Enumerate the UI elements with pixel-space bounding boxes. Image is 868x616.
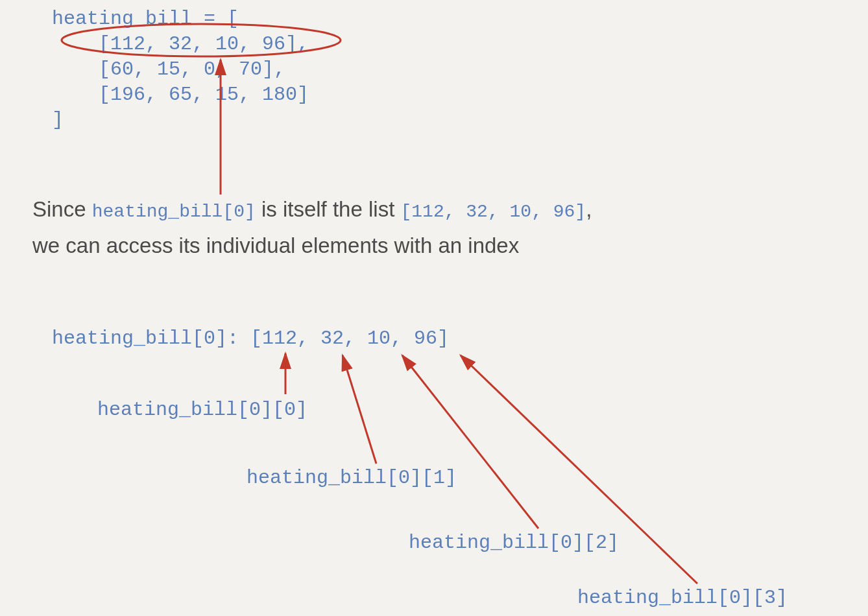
code-inline: heating_bill[0] <box>92 202 256 222</box>
row-zero-display: heating_bill[0]: [112, 32, 10, 96] <box>52 327 449 349</box>
index-label-0: heating_bill[0][0] <box>97 399 307 421</box>
index-label-2: heating_bill[0][2] <box>409 532 619 554</box>
code-inline: [112, 32, 10, 96] <box>401 202 586 222</box>
arrow-idx1 <box>343 355 376 464</box>
text-fragment: we can access its individual elements wi… <box>32 233 519 257</box>
code-line: [112, 32, 10, 96], <box>52 33 309 55</box>
text-fragment: Since <box>32 197 92 221</box>
arrow-idx2 <box>402 355 538 528</box>
code-line: ] <box>52 109 64 131</box>
code-line: [196, 65, 15, 180] <box>52 84 309 106</box>
code-block-definition: heating_bill = [ [112, 32, 10, 96], [60,… <box>52 6 309 133</box>
explanation-paragraph: Since heating_bill[0] is itself the list… <box>32 191 592 264</box>
code-line: [60, 15, 0, 70], <box>52 58 285 80</box>
text-fragment: is itself the list <box>256 197 401 221</box>
index-label-1: heating_bill[0][1] <box>247 467 457 489</box>
code-line: heating_bill = [ <box>52 8 239 30</box>
text-fragment: , <box>586 197 592 221</box>
index-label-3: heating_bill[0][3] <box>577 587 788 609</box>
